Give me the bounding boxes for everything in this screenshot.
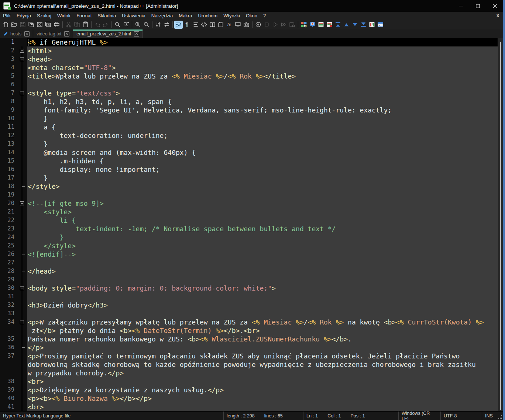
fold-collapse-icon[interactable] (17, 46, 27, 55)
editor-line-21[interactable]: 21 <style> (0, 208, 498, 216)
editor-line-37[interactable]: 37<p>Prosimy pamiętać o terminowym opłac… (0, 352, 498, 360)
menu-item-2[interactable]: Szukaj (34, 12, 54, 19)
open-file-icon[interactable] (10, 21, 18, 29)
print-icon[interactable] (52, 21, 61, 29)
editor-line-15[interactable]: 15 .m-hidden { (0, 157, 498, 165)
menu-item-8[interactable]: Makra (176, 12, 195, 19)
editor-line-40[interactable]: 40<p><b><% Biuro.Nazwa %></b></p> (0, 394, 498, 403)
editor-line-39[interactable]: 39<p>Dziękujemy za korzystanie z naszych… (0, 386, 498, 394)
fold-collapse-icon[interactable] (17, 199, 27, 208)
close-button[interactable] (486, 0, 503, 12)
editor-line-19[interactable]: 19 (0, 191, 498, 199)
sync-horizontal-icon[interactable] (162, 21, 171, 29)
menu-item-1[interactable]: Edycja (14, 12, 34, 19)
monitoring-icon[interactable] (234, 21, 242, 29)
tab-hosts[interactable]: hosts (0, 29, 33, 38)
plugin-mosaic-icon[interactable] (300, 21, 308, 29)
menu-item-4[interactable]: Format (73, 12, 95, 19)
editor-line-wrap[interactable]: dobrowolną składkę chorobową to każde op… (0, 360, 498, 369)
editor-line-24[interactable]: 24 } (0, 233, 498, 242)
document-map-icon[interactable] (208, 21, 217, 29)
editor-line-10[interactable]: 10 } (0, 114, 498, 123)
editor-line-25[interactable]: 25 </style> (0, 242, 498, 250)
menu-close-x[interactable]: X (496, 13, 499, 18)
new-file-icon[interactable] (1, 21, 10, 29)
editor-line-22[interactable]: 22 li { (0, 216, 498, 225)
menu-item-5[interactable]: Składnia (95, 12, 119, 19)
plugin-table-columns-icon[interactable] (368, 21, 376, 29)
plugin-collapse-bottom-icon[interactable] (359, 21, 368, 29)
editor-line-31[interactable]: 31 (0, 292, 498, 301)
menu-item-10[interactable]: Wtyczki (220, 12, 243, 19)
editor-line-17[interactable]: 17 } (0, 174, 498, 182)
indent-guide-icon[interactable] (191, 21, 200, 29)
replace-icon[interactable] (122, 21, 130, 29)
editor-line-7[interactable]: 7<style type="text/css"> (0, 89, 498, 97)
scrollbar-thumb[interactable] (500, 42, 501, 410)
editor-line-41[interactable]: 41<br> (0, 403, 498, 411)
editor-line-35[interactable]: 35Państwa numer rachunku bankowego w ZUS… (0, 335, 498, 343)
editor-line-38[interactable]: 38<br> (0, 377, 498, 386)
editor-line-6[interactable]: 6 (0, 80, 498, 89)
fold-collapse-icon[interactable] (17, 55, 27, 63)
camera-icon[interactable] (242, 21, 251, 29)
fold-collapse-icon[interactable] (17, 318, 27, 326)
vertical-scrollbar[interactable] (498, 38, 503, 411)
close-all-icon[interactable] (44, 21, 52, 29)
editor-line-28[interactable]: 28</head> (0, 267, 498, 275)
plugin-collapse-top-icon[interactable] (334, 21, 342, 29)
editor-line-34[interactable]: 34<p>W załączniku przesyłamy wpłatę lub … (0, 318, 498, 326)
plugin-bookmark-1-icon[interactable]: 1 (308, 21, 317, 29)
paste-icon[interactable] (81, 21, 90, 29)
menu-item-11[interactable]: Okno (243, 12, 260, 19)
editor-line-12[interactable]: 12 text-decoration: underline; (0, 131, 498, 140)
fold-collapse-icon[interactable] (17, 284, 27, 292)
editor-line-13[interactable]: 13 } (0, 140, 498, 148)
plugin-console-icon[interactable]: >_ (376, 21, 385, 29)
sync-vertical-icon[interactable] (154, 21, 162, 29)
editor-line-33[interactable]: 33 (0, 309, 498, 318)
editor-line-36[interactable]: 36</p> (0, 343, 498, 352)
menu-item-3[interactable]: Widok (54, 12, 73, 19)
editor-line-11[interactable]: 11 a { (0, 123, 498, 131)
tab-video-tag-txt[interactable]: video tag.txt (33, 29, 73, 38)
status-eol-format[interactable]: Windows (CR LF) (398, 412, 440, 420)
editor-line-3[interactable]: 3<head> (0, 55, 498, 63)
plugin-arrow-up-icon[interactable] (342, 21, 351, 29)
record-macro-icon[interactable] (254, 21, 262, 29)
paragraph-marks-icon[interactable]: ¶ (183, 21, 191, 29)
code-tags-icon[interactable] (200, 21, 208, 29)
editor-line-wrap[interactable]: w przypadku choroby.</p> (0, 369, 498, 377)
editor-line-wrap[interactable]: zł</b> płatny do dnia <b><% DateToStr(Te… (0, 326, 498, 335)
find-icon[interactable] (113, 21, 122, 29)
save-all-icon[interactable] (27, 21, 35, 29)
document-list-icon[interactable] (217, 21, 225, 29)
editor-line-9[interactable]: 9 font-family: 'Segoe UI', Helvetica, Ve… (0, 106, 498, 114)
editor-line-32[interactable]: 32<h3>Dzień dobry</h3> (0, 301, 498, 309)
editor-line-23[interactable]: 23 text-indent: -1em; /* Normalise space… (0, 225, 498, 233)
editor-line-29[interactable]: 29 (0, 275, 498, 284)
editor-line-8[interactable]: 8 h1, h2, h3, td, p, li, a, span { (0, 97, 498, 106)
plugin-table-rows-icon[interactable] (317, 21, 325, 29)
zoom-out-icon[interactable] (142, 21, 151, 29)
editor-line-2[interactable]: 2<html> (0, 46, 498, 55)
zoom-in-icon[interactable] (134, 21, 142, 29)
editor-line-27[interactable]: 27 (0, 258, 498, 267)
menu-item-6[interactable]: Ustawienia (119, 12, 148, 19)
minimize-button[interactable] (452, 0, 469, 12)
editor-area[interactable]: 1<% if GenerujHTML %>2<html>3<head>4<met… (0, 38, 498, 411)
fold-collapse-icon[interactable] (17, 89, 27, 97)
editor-line-4[interactable]: 4<meta charset="UTF-8"> (0, 63, 498, 72)
resize-grip[interactable] (498, 412, 503, 420)
editor-line-1[interactable]: 1<% if GenerujHTML %> (0, 38, 498, 46)
editor-line-20[interactable]: 20<!--[if gte mso 9]> (0, 199, 498, 208)
editor-line-18[interactable]: 18</style> (0, 182, 498, 191)
menu-item-7[interactable]: Narzędzia (148, 12, 176, 19)
close-icon[interactable] (35, 21, 44, 29)
editor-line-5[interactable]: 5<title>Wpłata lub przelew na ZUS za <% … (0, 72, 498, 80)
word-wrap-icon[interactable] (174, 21, 183, 29)
tab-email-przelew-zus-2-html[interactable]: email_przelew_zus_2.html (73, 29, 142, 38)
menu-item-12[interactable]: ? (260, 12, 269, 19)
tab-close-icon[interactable] (64, 31, 69, 37)
tab-close-icon[interactable] (134, 31, 139, 37)
